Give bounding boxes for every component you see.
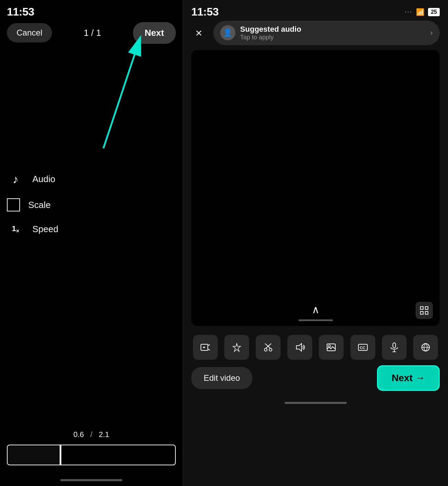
video-preview: ∧ — [191, 50, 440, 326]
tool-scale[interactable]: Scale — [7, 198, 58, 211]
svg-marker-16 — [296, 344, 302, 351]
tool-icons-row: CC — [191, 335, 440, 360]
tools-list: ♪ Audio Scale 1× Speed — [7, 172, 58, 235]
chevron-up-icon: ∧ — [312, 304, 319, 316]
home-indicator-left — [60, 479, 122, 481]
svg-rect-4 — [420, 311, 423, 314]
svg-line-1 — [103, 45, 138, 148]
next-button-left[interactable]: Next — [133, 22, 176, 44]
status-bar-right: 11:53 ··· 📶 25 — [183, 0, 448, 19]
effects-button[interactable] — [224, 335, 249, 360]
speed-icon: 1× — [7, 224, 24, 234]
svg-rect-5 — [425, 311, 428, 314]
suggested-audio-button[interactable]: 👤 Suggested audio Tap to apply › — [213, 21, 440, 45]
suggested-audio-subtitle: Tap to apply — [240, 34, 301, 41]
scale-label: Scale — [28, 200, 51, 210]
timeline-area: 0.6 / 2.1 — [0, 430, 183, 465]
svg-rect-21 — [393, 343, 396, 348]
svg-text:CC: CC — [360, 346, 365, 350]
dots-icon: ··· — [405, 9, 413, 15]
effects-icon — [232, 342, 242, 353]
cancel-button[interactable]: Cancel — [7, 23, 52, 42]
audio-icon — [295, 342, 305, 353]
close-button[interactable]: × — [191, 25, 206, 41]
filter-button[interactable] — [413, 335, 438, 360]
svg-rect-2 — [420, 307, 423, 309]
captions-button[interactable]: CC — [350, 335, 375, 360]
time-left: 11:53 — [7, 6, 34, 18]
audio-avatar: 👤 — [220, 25, 235, 40]
next-button-right[interactable]: Next → — [377, 365, 440, 391]
audio-label: Audio — [32, 174, 55, 185]
right-panel: 11:53 ··· 📶 25 × 👤 Suggested audio Tap t… — [183, 0, 448, 486]
media-icon — [326, 342, 336, 353]
filter-icon — [420, 342, 431, 353]
cut-button[interactable] — [256, 335, 281, 360]
svg-point-18 — [328, 345, 330, 347]
tool-audio[interactable]: ♪ Audio — [7, 172, 58, 186]
arrow-annotation — [34, 31, 165, 162]
cut-icon — [263, 342, 273, 353]
svg-marker-11 — [233, 343, 241, 351]
bottom-toolbar: CC Edit video Next → — [183, 329, 448, 411]
fullscreen-icon — [420, 306, 429, 315]
scale-icon — [7, 198, 20, 211]
suggested-audio-title: Suggested audio — [240, 25, 301, 34]
top-bar-right: × 👤 Suggested audio Tap to apply › — [183, 19, 448, 47]
svg-line-14 — [266, 344, 271, 348]
timeline-thumb — [8, 445, 61, 465]
mic-button[interactable] — [382, 335, 407, 360]
time-display: 0.6 / 2.1 — [7, 430, 176, 439]
fullscreen-button[interactable] — [416, 302, 433, 319]
bottom-actions-row: Edit video Next → — [191, 365, 440, 394]
svg-rect-3 — [425, 307, 428, 309]
tool-speed[interactable]: 1× Speed — [7, 224, 58, 235]
mic-icon — [389, 342, 399, 353]
page-indicator: 1 / 1 — [84, 28, 101, 38]
battery-badge: 25 — [428, 8, 440, 16]
svg-point-13 — [269, 348, 272, 351]
speed-label: Speed — [32, 224, 58, 235]
top-bar-left: Cancel 1 / 1 Next — [0, 19, 183, 47]
audio-button[interactable] — [287, 335, 312, 360]
add-clip-button[interactable] — [193, 335, 218, 360]
time-right: 11:53 — [191, 6, 218, 18]
status-bar-left: 11:53 — [0, 0, 183, 19]
audio-icon: ♪ — [7, 172, 24, 186]
timeline-scrubber — [60, 445, 61, 465]
wifi-icon: 📶 — [416, 8, 425, 16]
captions-icon: CC — [358, 342, 368, 353]
media-button[interactable] — [319, 335, 344, 360]
avatar-icon: 👤 — [223, 28, 232, 37]
edit-video-button[interactable]: Edit video — [191, 367, 252, 389]
chevron-right-icon: › — [430, 28, 433, 38]
timeline-bar[interactable] — [7, 445, 176, 465]
current-time: 0.6 — [73, 430, 84, 439]
add-clip-icon — [200, 342, 211, 353]
home-indicator-right — [285, 402, 347, 404]
total-time: 2.1 — [99, 430, 109, 439]
video-bottom-bar — [298, 319, 333, 321]
svg-point-12 — [264, 348, 267, 351]
left-panel: 11:53 Cancel 1 / 1 Next ♪ Audio Scale 1×… — [0, 0, 183, 486]
status-icons: ··· 📶 25 — [405, 8, 440, 16]
audio-text: Suggested audio Tap to apply — [240, 25, 301, 41]
svg-line-15 — [265, 344, 271, 348]
